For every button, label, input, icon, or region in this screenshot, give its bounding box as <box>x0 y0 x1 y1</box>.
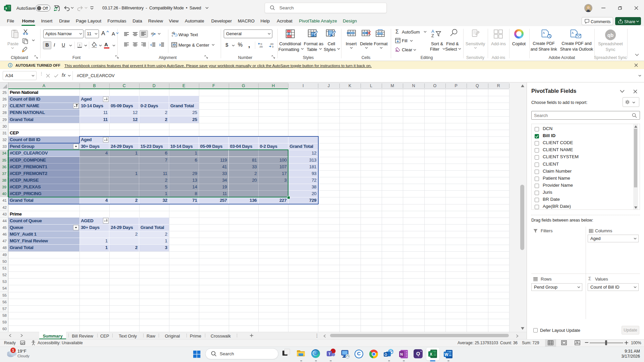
svg-text:W: W <box>444 352 448 357</box>
svg-text:Z: Z <box>431 33 434 38</box>
svg-text:T: T <box>328 352 331 356</box>
svg-text:O: O <box>385 353 387 357</box>
svg-text:X: X <box>430 352 432 357</box>
svg-text:N: N <box>400 352 403 356</box>
svg-text:A: A <box>572 32 574 35</box>
svg-text:A: A <box>543 32 545 35</box>
svg-text:x: x <box>5 6 7 10</box>
